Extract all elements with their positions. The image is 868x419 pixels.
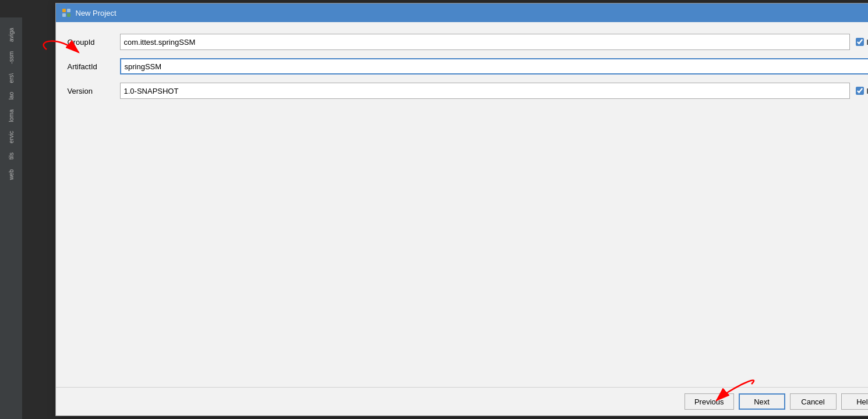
ide-nav-lao[interactable]: lao [6,87,17,104]
dialog-titlebar: New Project × [56,3,869,22]
inherit-checkbox-2-wrapper: Inherit [856,87,868,95]
cancel-button[interactable]: Cancel [790,393,837,410]
ide-nav-tils[interactable]: tils [6,148,17,164]
ide-left-panel: aviga -ssm ers\ lao loma ervic tils web [0,17,22,419]
dialog-content: GroupId Inherit ArtifactId Version Inher… [56,22,869,387]
dialog-footer: Previous Next Cancel Help [56,387,869,416]
artifact-id-label: ArtifactId [68,62,114,71]
version-label: Version [68,87,114,95]
version-row: Version Inherit [68,83,869,99]
next-button[interactable]: Next [739,393,785,410]
svg-rect-1 [67,9,70,12]
dialog-title-left: New Project [62,8,117,17]
inherit-checkbox-2[interactable] [856,87,864,95]
svg-rect-0 [62,9,66,12]
inherit-checkbox-1-wrapper: Inherit [856,38,868,47]
group-id-row: GroupId Inherit [68,34,869,50]
svg-rect-3 [67,13,70,17]
artifact-id-input[interactable] [120,58,869,74]
group-id-input[interactable] [120,34,851,50]
version-input[interactable] [120,83,851,99]
new-project-dialog: New Project × GroupId Inherit ArtifactId… [55,3,869,416]
ide-nav-ssm[interactable]: -ssm [6,47,17,69]
dialog-title-text: New Project [76,9,117,17]
project-icon [62,8,71,17]
previous-button[interactable]: Previous [684,393,734,410]
inherit-checkbox-1[interactable] [856,38,864,46]
group-id-label: GroupId [68,38,114,47]
svg-rect-2 [62,13,66,17]
ide-nav-ers[interactable]: ers\ [6,69,17,88]
ide-nav-ervic[interactable]: ervic [6,126,17,148]
ide-nav-aviga[interactable]: aviga [6,23,17,47]
help-button[interactable]: Help [841,393,869,410]
ide-nav-loma[interactable]: loma [6,105,17,127]
artifact-id-row: ArtifactId [68,58,869,74]
ide-nav-web[interactable]: web [6,165,17,184]
